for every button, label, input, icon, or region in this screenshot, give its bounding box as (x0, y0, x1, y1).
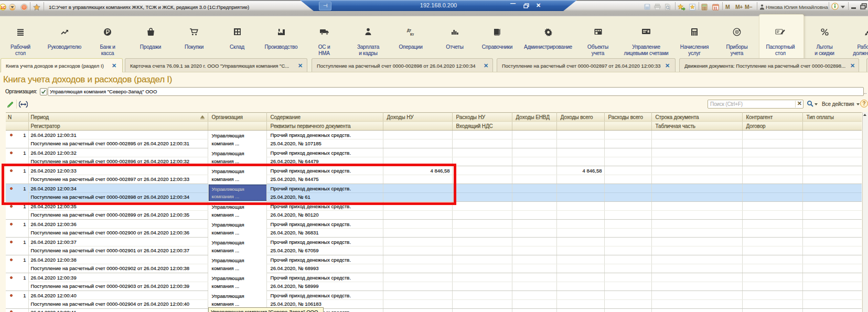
svg-text:1С: 1С (1, 5, 6, 10)
svg-text:31: 31 (714, 6, 718, 10)
svg-text:Дт: Дт (407, 28, 412, 33)
svg-text:Кт: Кт (410, 33, 414, 36)
